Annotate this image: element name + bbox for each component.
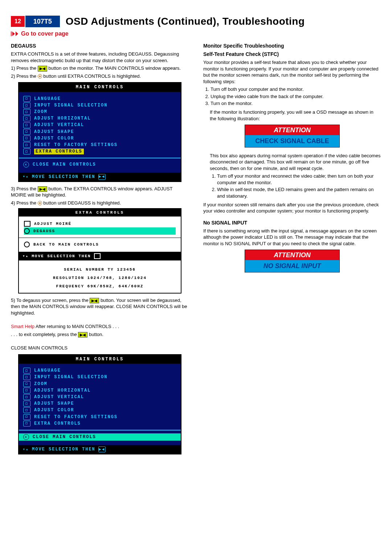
osd-row-label: EXTRA CONTROLS xyxy=(34,421,81,426)
osd-row: ◻EXTRA CONTROLS xyxy=(23,420,176,427)
horiz-icon: ◻ xyxy=(23,388,30,393)
osd-row: ◻ADJUST SHAPE xyxy=(23,400,176,407)
osd-row-label: ZOOM xyxy=(34,109,48,115)
nosignal-heading: No SIGNAL INPUT xyxy=(203,219,381,226)
list-item: Turn off your monitor and reconnect the … xyxy=(217,173,381,186)
page-header: 12 107T5 OSD Adjustments (Continued), Tr… xyxy=(11,15,381,28)
left-column: DEGAUSS EXTRA CONTROLS is a set of three… xyxy=(11,41,189,458)
smart-help-line: Smart Help After returning to MAIN CONTR… xyxy=(11,323,189,330)
stfc-heading: Self-Test Feature Check (STFC) xyxy=(203,51,381,58)
stfc-steps2-list: Turn off your monitor and reconnect the … xyxy=(210,173,381,199)
smart-help-label: Smart Help xyxy=(11,324,34,329)
shape-icon: ◻ xyxy=(23,129,30,135)
osd-main-controls-1: MAIN CONTROLS ◻LANGUAGE◻INPUT SIGNAL SEL… xyxy=(18,82,181,182)
osd-row-label: LANGUAGE xyxy=(34,368,61,373)
page-title: OSD Adjustments (Continued), Troubleshoo… xyxy=(66,15,305,28)
osd-row: ◻INPUT SIGNAL SELECTION xyxy=(23,102,176,109)
input-icon: ◻ xyxy=(23,102,30,108)
serial-number: SERIAL NUMBER TY 123456 xyxy=(24,267,176,272)
list-item: Turn off both your computer and the moni… xyxy=(211,86,381,93)
right-column: Monitor Specific Troubleshooting Self-Te… xyxy=(203,41,381,277)
osd-row: ◻LANGUAGE xyxy=(23,367,176,374)
osd-row: ◻ADJUST HORIZONTAL xyxy=(23,115,176,122)
step-4: 4) Press the button until DEGAUSS is hig… xyxy=(11,200,189,206)
ok-button-icon: ▶◀ xyxy=(38,186,47,192)
nav-arrows-icon: ▾▴ xyxy=(23,447,29,452)
list-item: Unplug the video cable from the back of … xyxy=(211,93,381,100)
degauss-icon xyxy=(24,228,30,234)
osd-footer: ▾▴ MOVE SELECTION THEN ▶◀ xyxy=(19,445,181,454)
osd-row-degauss: DEGAUSS xyxy=(24,227,176,235)
osd-row: ◻ZOOM xyxy=(23,381,176,387)
osd-title: MAIN CONTROLS xyxy=(19,355,181,364)
stfc-end: If your monitor screen still remains dar… xyxy=(203,202,381,214)
osd-row-label: ADJUST HORIZONTAL xyxy=(34,116,91,121)
degauss-intro: EXTRA CONTROLS is a set of three feature… xyxy=(11,51,189,64)
cursor-button-icon xyxy=(38,201,42,205)
osd-close-row: ✕ CLOSE MAIN CONTROLS xyxy=(19,433,181,441)
reset-icon: ◻ xyxy=(23,414,30,420)
cover-page-link[interactable]: Go to cover page xyxy=(11,30,381,38)
osd-main-controls-2: MAIN CONTROLS ◻LANGUAGE◻INPUT SIGNAL SEL… xyxy=(18,354,181,454)
osd-row-back: BACK TO MAIN CONTROLS xyxy=(24,241,176,248)
list-item: While in self-test mode, the LED remains… xyxy=(217,186,381,199)
color-icon: ◻ xyxy=(23,407,30,413)
osd-row: ◻RESET TO FACTORY SETTINGS xyxy=(23,414,176,420)
step-3: 3) Press the ▶◀ button. The EXTRA CONTRO… xyxy=(11,186,189,198)
attention-label: ATTENTION xyxy=(245,125,339,135)
osd-row-label: ADJUST HORIZONTAL xyxy=(34,388,91,393)
step-1: 1) Press the ▶◀ button on the monitor. T… xyxy=(11,65,189,72)
osd-footer: ▾▴MOVE SELECTION THEN xyxy=(19,252,181,260)
ok-button-icon: ▶◀ xyxy=(78,332,87,338)
ok-icon: ▶◀ xyxy=(98,446,106,452)
reset-icon: ◻ xyxy=(23,142,30,148)
osd-row-label: RESET TO FACTORY SETTINGS xyxy=(34,142,118,148)
osd-row-label: ADJUST VERTICAL xyxy=(34,122,84,128)
ok-button-icon: ▶◀ xyxy=(38,66,47,72)
back-icon xyxy=(24,242,30,247)
osd-row-label: INPUT SIGNAL SELECTION xyxy=(34,102,107,108)
stfc-after: If the monitor is functioning properly, … xyxy=(210,109,381,122)
zoom-icon: ◻ xyxy=(23,109,30,115)
extra-icon: ◻ xyxy=(23,421,30,426)
osd-row: ◻ADJUST VERTICAL xyxy=(23,122,176,128)
page-number: 12 xyxy=(11,16,25,27)
nav-arrows-icon: ▾▴ xyxy=(23,174,29,179)
ok-button-icon: ▶◀ xyxy=(90,298,99,304)
attention-no-signal: ATTENTION NO SIGNAL INPUT xyxy=(245,250,340,272)
page: 12 107T5 OSD Adjustments (Continued), Tr… xyxy=(0,0,392,480)
osd-row: ◻INPUT SIGNAL SELECTION xyxy=(23,374,176,380)
osd-row-label: LANGUAGE xyxy=(34,96,61,102)
osd-row-label: RESET TO FACTORY SETTINGS xyxy=(34,414,118,420)
attention-message: CHECK SIGNAL CABLE xyxy=(245,135,339,147)
stfc-steps-list: Turn off both your computer and the moni… xyxy=(203,86,381,107)
osd-row-label: ADJUST SHAPE xyxy=(34,401,74,407)
degauss-heading: DEGAUSS xyxy=(11,43,189,49)
resolution-info: RESOLUTION 1024/768, 1280/1024 xyxy=(24,275,176,281)
osd-row-label: ADJUST VERTICAL xyxy=(34,394,84,400)
osd-row: ◻LANGUAGE xyxy=(23,96,176,102)
shape-icon: ◻ xyxy=(23,401,30,407)
vert-icon: ◻ xyxy=(23,122,30,128)
close-icon: ✕ xyxy=(23,434,29,440)
model-number: 107T5 xyxy=(25,16,60,27)
attention-check-signal: ATTENTION CHECK SIGNAL CABLE xyxy=(245,125,340,147)
osd-row-label: INPUT SIGNAL SELECTION xyxy=(34,374,107,380)
mst-heading: Monitor Specific Troubleshooting xyxy=(203,43,381,49)
osd-row: ◻RESET TO FACTORY SETTINGS xyxy=(23,142,176,148)
nosignal-text: If there is something wrong with the inp… xyxy=(203,228,381,247)
osd-row: ◻ADJUST HORIZONTAL xyxy=(23,387,176,394)
attention-label: ATTENTION xyxy=(245,250,339,260)
cursor-button-icon xyxy=(38,74,42,78)
osd-row: ◻EXTRA CONTROLS xyxy=(23,148,176,155)
osd-row: ◻ZOOM xyxy=(23,109,176,115)
osd-title: MAIN CONTROLS xyxy=(19,83,181,92)
zoom-icon: ◻ xyxy=(23,381,30,387)
extra-icon: ◻ xyxy=(23,149,30,154)
stfc-box-desc: This box also appears during normal syst… xyxy=(210,153,381,172)
step-5: 5) To degauss your screen, press the ▶◀ … xyxy=(11,297,189,316)
horiz-icon: ◻ xyxy=(23,116,30,121)
osd-footer: ▾▴ MOVE SELECTION THEN ▶◀ xyxy=(19,173,181,181)
osd-row: ◻ADJUST COLOR xyxy=(23,407,176,413)
rewind-icon xyxy=(11,31,19,36)
